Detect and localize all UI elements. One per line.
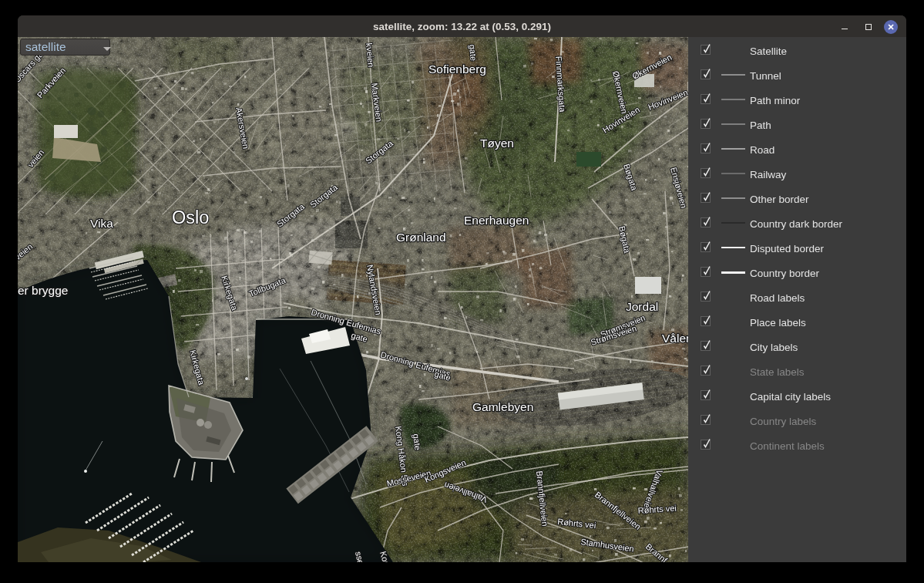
svg-text:er brygge: er brygge (18, 284, 68, 297)
svg-text:gate: gate (468, 44, 479, 61)
svg-text:Tøyen: Tøyen (480, 136, 514, 150)
svg-text:Jordal: Jordal (626, 300, 658, 313)
svg-text:Grønland: Grønland (396, 231, 446, 244)
svg-text:Oslo: Oslo (172, 207, 209, 227)
svg-text:Vålere: Vålere (662, 332, 688, 345)
svg-text:Sofienberg: Sofienberg (428, 62, 486, 76)
svg-text:Enerhaugen: Enerhaugen (464, 214, 529, 227)
svg-text:Vika: Vika (90, 217, 113, 230)
svg-text:Gamlebyen: Gamlebyen (472, 400, 533, 413)
